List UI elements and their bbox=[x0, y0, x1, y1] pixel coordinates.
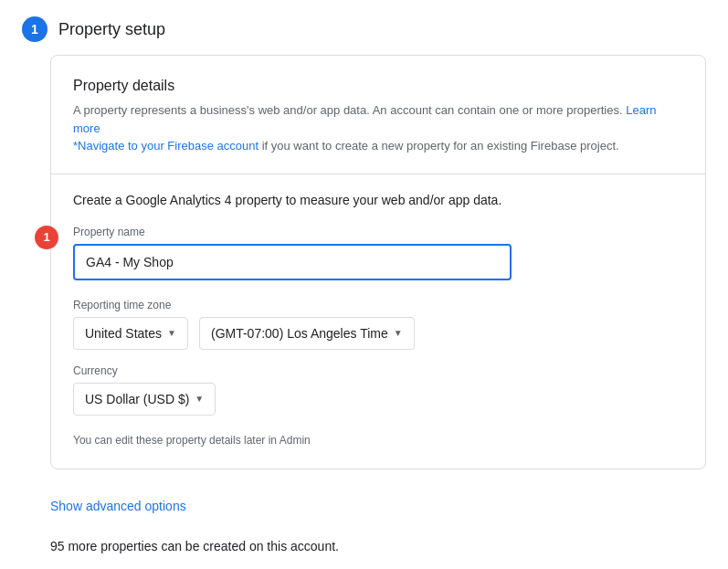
currency-chevron-icon: ▼ bbox=[195, 394, 204, 404]
timezone-field: Reporting time zone United States ▼ (GMT… bbox=[73, 299, 683, 350]
timezone-chevron-icon: ▼ bbox=[394, 328, 403, 338]
form-section: 1 Property name Reporting time zone Unit… bbox=[73, 226, 683, 447]
page-header: 1 Property setup bbox=[0, 0, 728, 55]
property-details-card: Property details A property represents a… bbox=[50, 55, 706, 469]
card-description: A property represents a business's web a… bbox=[73, 101, 683, 155]
currency-value: US Dollar (USD $) bbox=[85, 392, 189, 406]
timezone-select[interactable]: (GMT-07:00) Los Angeles Time ▼ bbox=[199, 317, 415, 350]
currency-select[interactable]: US Dollar (USD $) ▼ bbox=[73, 383, 216, 416]
timezone-value: (GMT-07:00) Los Angeles Time bbox=[211, 326, 388, 341]
page-title: Property setup bbox=[58, 20, 165, 39]
property-name-input[interactable] bbox=[73, 244, 512, 280]
card-divider bbox=[51, 174, 705, 174]
ga4-subtitle: Create a Google Analytics 4 property to … bbox=[73, 193, 683, 207]
currency-field: Currency US Dollar (USD $) ▼ bbox=[73, 364, 683, 416]
edit-note: You can edit these property details late… bbox=[73, 434, 683, 447]
timezone-selects: United States ▼ (GMT-07:00) Los Angeles … bbox=[73, 317, 683, 350]
header-step-circle: 1 bbox=[22, 16, 47, 42]
country-chevron-icon: ▼ bbox=[167, 328, 176, 338]
property-name-label: Property name bbox=[73, 226, 683, 238]
card-title: Property details bbox=[73, 78, 683, 94]
properties-note: 95 more properties can be created on thi… bbox=[50, 539, 678, 553]
show-advanced-options-link[interactable]: Show advanced options bbox=[50, 499, 186, 513]
property-name-field: Property name bbox=[73, 226, 683, 280]
form-step-badge: 1 bbox=[35, 226, 58, 249]
country-value: United States bbox=[85, 326, 162, 341]
firebase-link[interactable]: *Navigate to your Firebase account bbox=[73, 139, 258, 153]
currency-label: Currency bbox=[73, 364, 683, 377]
timezone-label: Reporting time zone bbox=[73, 299, 683, 311]
country-select[interactable]: United States ▼ bbox=[73, 317, 188, 350]
